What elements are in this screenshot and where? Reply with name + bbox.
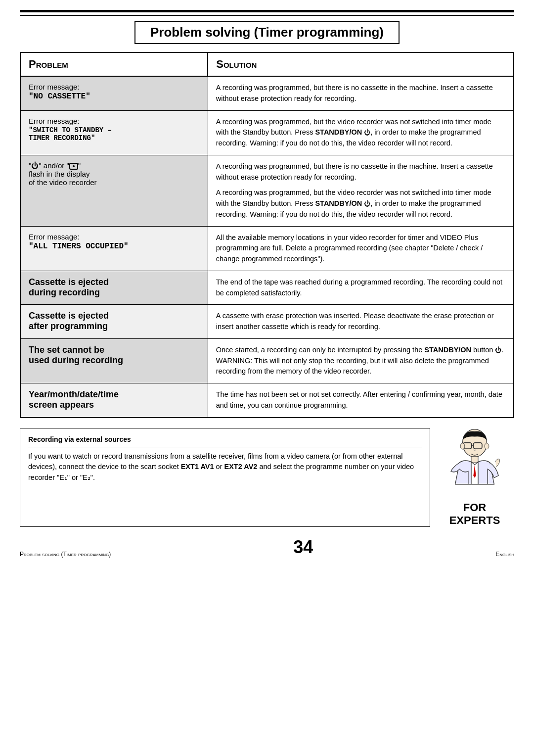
svg-rect-8 bbox=[471, 456, 478, 462]
footer-right: English bbox=[495, 551, 514, 558]
solution-header: Solution bbox=[208, 52, 514, 76]
footer-page-number: 34 bbox=[293, 537, 313, 558]
problem-cell: The set cannot beused during recording bbox=[20, 338, 208, 383]
problem-cell: Cassette is ejectedduring recording bbox=[20, 271, 208, 305]
expert-figure: FOREXPERTS bbox=[435, 428, 514, 527]
problem-cell: Error message: "NO CASSETTE" bbox=[20, 76, 208, 110]
table-row: Year/month/date/timescreen appears The t… bbox=[20, 383, 514, 418]
expert-label: FOREXPERTS bbox=[449, 501, 500, 527]
title-container: Problem solving (Timer programming) bbox=[20, 21, 514, 44]
table-row: Error message: "SWITCH TO STANDBY –TIMER… bbox=[20, 110, 514, 155]
problem-cell: Cassette is ejectedafter programming bbox=[20, 305, 208, 339]
table-row: Cassette is ejectedafter programming A c… bbox=[20, 305, 514, 339]
note-box-title: Recording via external sources bbox=[28, 434, 422, 447]
table-header-row: Problem Solution bbox=[20, 52, 514, 76]
solution-cell: A recording was programmed, but there is… bbox=[208, 155, 514, 226]
table-row: Cassette is ejectedduring recording The … bbox=[20, 271, 514, 305]
top-rule bbox=[20, 10, 514, 16]
problem-cell: Error message: "ALL TIMERS OCCUPIED" bbox=[20, 226, 208, 271]
note-box: Recording via external sources If you wa… bbox=[20, 428, 430, 527]
solution-cell: The end of the tape was reached during a… bbox=[208, 271, 514, 305]
solution-cell: A cassette with erase protection was ins… bbox=[208, 305, 514, 339]
svg-point-1 bbox=[73, 165, 75, 167]
solution-cell: All the available memory locations in yo… bbox=[208, 226, 514, 271]
page-wrapper: Problem solving (Timer programming) Prob… bbox=[0, 0, 534, 572]
page-title: Problem solving (Timer programming) bbox=[134, 21, 400, 44]
problem-cell: "⏻" and/or "" flash in the display of th… bbox=[20, 155, 208, 226]
table-row: Error message: "ALL TIMERS OCCUPIED" All… bbox=[20, 226, 514, 271]
solution-cell: The time has not been set or not set cor… bbox=[208, 383, 514, 418]
problem-cell: Error message: "SWITCH TO STANDBY –TIMER… bbox=[20, 110, 208, 155]
note-box-body: If you want to watch or record transmiss… bbox=[28, 451, 422, 483]
solution-cell: A recording was programmed, but the vide… bbox=[208, 110, 514, 155]
problem-header: Problem bbox=[20, 52, 208, 76]
table-row: The set cannot beused during recording O… bbox=[20, 338, 514, 383]
expert-illustration bbox=[443, 428, 507, 497]
table-row: Error message: "NO CASSETTE" A recording… bbox=[20, 76, 514, 110]
problem-cell: Year/month/date/timescreen appears bbox=[20, 383, 208, 418]
footer: Problem solving (Timer programming) 34 E… bbox=[20, 537, 514, 558]
svg-point-6 bbox=[460, 443, 465, 449]
solution-cell: Once started, a recording can only be in… bbox=[208, 338, 514, 383]
main-table: Problem Solution Error message: "NO CASS… bbox=[20, 52, 514, 418]
table-row: "⏻" and/or "" flash in the display of th… bbox=[20, 155, 514, 226]
svg-point-7 bbox=[485, 443, 489, 449]
footer-left: Problem solving (Timer programming) bbox=[20, 551, 111, 558]
bottom-section: Recording via external sources If you wa… bbox=[20, 428, 514, 527]
solution-cell: A recording was programmed, but there is… bbox=[208, 76, 514, 110]
